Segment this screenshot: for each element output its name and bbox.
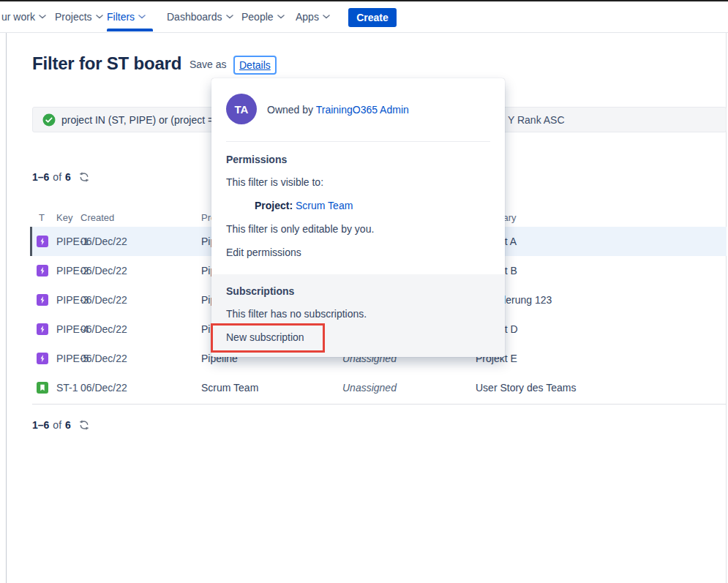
- refresh-icon[interactable]: [78, 419, 90, 431]
- no-subscriptions-text: This filter has no subscriptions.: [226, 306, 367, 321]
- epic-icon: [37, 294, 48, 306]
- owner-avatar: TA: [226, 94, 257, 124]
- chevron-down-icon: [277, 15, 285, 19]
- epic-icon: [37, 323, 48, 335]
- chevron-down-icon: [96, 15, 103, 19]
- share-project-link[interactable]: Scrum Team: [296, 200, 353, 211]
- issue-created: 06/Dec/22: [80, 315, 127, 344]
- nav-item-label: ur work: [1, 11, 35, 23]
- filters-active-underline: [107, 29, 153, 31]
- issue-assignee: Unassigned: [342, 373, 397, 402]
- jql-text-left: project IN (ST, PIPE) or (project = Pr: [61, 114, 227, 126]
- pagination-of: of: [53, 419, 61, 431]
- chevron-down-icon: [39, 15, 46, 19]
- issue-key[interactable]: ST-1: [56, 373, 78, 402]
- popup-divider: [226, 141, 490, 142]
- nav-item-label: Projects: [55, 11, 92, 23]
- visible-to-text: This filter is visible to:: [226, 175, 323, 189]
- create-button[interactable]: Create: [348, 8, 397, 27]
- editable-text: This filter is only editable by you.: [226, 222, 374, 236]
- details-button-label: Details: [239, 59, 271, 71]
- new-subscription-link[interactable]: New subscription: [226, 330, 304, 345]
- issue-project: Scrum Team: [201, 373, 258, 402]
- pagination-total: 6: [65, 419, 71, 431]
- filter-details-popup: TA Owned by TrainingO365 Admin Permissio…: [211, 78, 505, 357]
- nav-item-your-work[interactable]: ur work: [1, 1, 46, 32]
- jql-text-right: Y Rank ASC: [508, 114, 565, 126]
- refresh-icon[interactable]: [78, 171, 90, 183]
- owned-by-prefix: Owned by: [267, 104, 313, 116]
- nav-item-label: Apps: [296, 11, 319, 23]
- epic-icon: [37, 236, 48, 247]
- pagination-range: 1–6: [32, 419, 49, 431]
- nav-item-label: Dashboards: [167, 11, 222, 23]
- left-panel-divider: [6, 33, 7, 583]
- chevron-down-icon: [138, 15, 146, 19]
- pagination-top: 1–6 of 6: [32, 170, 90, 184]
- pagination-of: of: [53, 171, 61, 183]
- issue-created: 06/Dec/22: [80, 256, 127, 285]
- subscriptions-section: Subscriptions This filter has no subscri…: [211, 274, 505, 357]
- chevron-down-icon: [226, 15, 233, 19]
- pagination-range: 1–6: [32, 171, 49, 183]
- table-bottom-border: [32, 404, 727, 405]
- save-as-button[interactable]: Save as: [189, 59, 227, 71]
- pagination-total: 6: [65, 171, 71, 183]
- edit-permissions-link[interactable]: Edit permissions: [226, 245, 301, 260]
- issue-created: 06/Dec/22: [80, 285, 127, 315]
- column-header-key[interactable]: Key: [56, 211, 72, 225]
- nav-item-people[interactable]: People: [241, 1, 285, 32]
- owner-name-link[interactable]: TrainingO365 Admin: [316, 104, 409, 116]
- column-header-created[interactable]: Created: [80, 211, 114, 225]
- issue-created: 06/Dec/22: [80, 344, 127, 373]
- nav-item-projects[interactable]: Projects: [55, 1, 103, 32]
- valid-query-check-icon: [42, 113, 56, 129]
- nav-item-label: People: [241, 11, 274, 23]
- permissions-heading: Permissions: [226, 152, 287, 167]
- subscriptions-heading: Subscriptions: [226, 284, 294, 298]
- share-scope-line: Project: Scrum Team: [255, 198, 353, 213]
- epic-icon: [37, 353, 48, 364]
- share-type-label: Project:: [255, 200, 293, 211]
- issue-summary: User Story des Teams: [476, 373, 576, 402]
- column-header-type[interactable]: T: [39, 211, 45, 225]
- details-button[interactable]: Details: [233, 56, 277, 75]
- nav-item-label: Filters: [107, 11, 135, 23]
- page-title: Filter for ST board: [32, 52, 181, 75]
- table-row[interactable]: ST-1 06/Dec/22 Scrum Team Unassigned Use…: [30, 373, 727, 402]
- nav-item-apps[interactable]: Apps: [296, 1, 330, 32]
- pagination-bottom: 1–6 of 6: [32, 418, 90, 432]
- epic-icon: [37, 265, 48, 277]
- story-icon: [37, 382, 48, 394]
- nav-item-filters[interactable]: Filters: [107, 1, 146, 32]
- issue-created: 06/Dec/22: [80, 227, 127, 256]
- issue-created: 06/Dec/22: [80, 373, 127, 402]
- owned-by-line: Owned by TrainingO365 Admin: [267, 102, 409, 117]
- chevron-down-icon: [323, 15, 330, 19]
- nav-item-dashboards[interactable]: Dashboards: [167, 1, 233, 32]
